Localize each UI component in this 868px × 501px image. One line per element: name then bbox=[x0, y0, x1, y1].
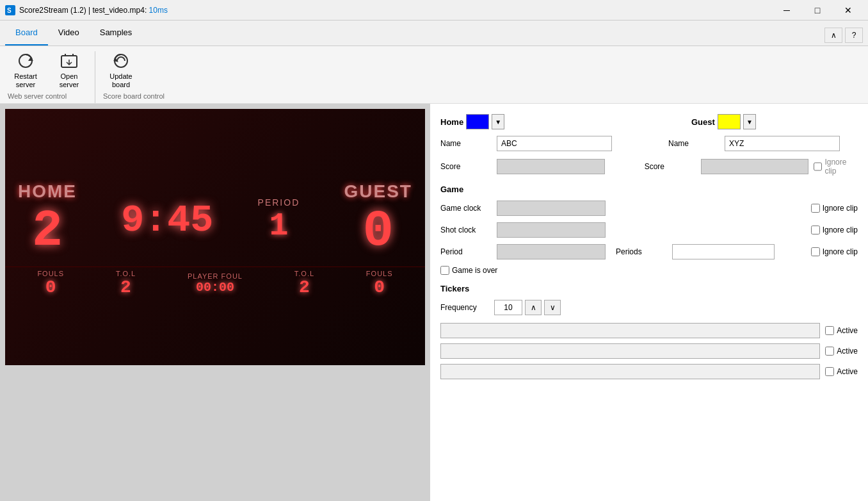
period-input[interactable] bbox=[497, 244, 606, 259]
video-container: HOME 2 9:45 PERIOD 1 GUEST 0 bbox=[5, 109, 425, 365]
score-board-group: Update board Score board control bbox=[100, 51, 167, 100]
scoreboard-row2: FOULS 0 T.O.L 2 PLAYER FOUL 00:00 T.O.L … bbox=[5, 267, 425, 300]
player-foul-label: PLAYER FOUL bbox=[188, 272, 243, 280]
collapse-button[interactable]: ∧ bbox=[824, 28, 842, 43]
tol-left-col: T.O.L 2 bbox=[116, 270, 136, 297]
shot-clock-input[interactable] bbox=[497, 222, 606, 238]
periods-input[interactable] bbox=[672, 244, 775, 259]
guest-side: GUEST 0 bbox=[344, 181, 412, 260]
guest-score-input[interactable] bbox=[701, 159, 809, 174]
score-row: Score Score Ignore clip bbox=[440, 158, 858, 176]
tol-left-val: 2 bbox=[120, 277, 131, 297]
guest-color-swatch[interactable] bbox=[718, 114, 741, 129]
ticker-3-active-label[interactable]: Active bbox=[825, 367, 858, 376]
guest-score-label: Score bbox=[645, 162, 696, 171]
restart-server-icon bbox=[15, 52, 36, 70]
player-foul-col: PLAYER FOUL 00:00 bbox=[188, 272, 243, 295]
shot-clock-ignore-checkbox[interactable] bbox=[811, 226, 820, 234]
maximize-button[interactable]: □ bbox=[803, 0, 832, 21]
tol-right-col: T.O.L 2 bbox=[294, 270, 314, 297]
home-score-label: Score bbox=[440, 162, 492, 171]
close-button[interactable]: ✕ bbox=[833, 0, 863, 21]
web-server-buttons: Restart server Open server bbox=[5, 51, 90, 90]
toolbar: Restart server Open server Web server co… bbox=[0, 46, 868, 104]
game-clock-label: Game clock bbox=[440, 204, 492, 213]
guest-ignore-clip-label[interactable]: Ignore clip bbox=[814, 158, 858, 176]
video-panel: HOME 2 9:45 PERIOD 1 GUEST 0 bbox=[0, 104, 430, 501]
frequency-up-button[interactable]: ∧ bbox=[525, 300, 542, 315]
shot-clock-row: Shot clock Ignore clip bbox=[440, 222, 858, 238]
title-text: Score2Stream (1.2) | test_video.mp4: 10m… bbox=[19, 6, 772, 15]
ticker-2-active-label[interactable]: Active bbox=[825, 347, 858, 356]
game-clock-row: Game clock Ignore clip bbox=[440, 201, 858, 216]
ticker-1-input[interactable] bbox=[440, 323, 820, 338]
scoreboard-row1: HOME 2 9:45 PERIOD 1 GUEST 0 bbox=[5, 175, 425, 267]
ticker-3-input[interactable] bbox=[440, 364, 820, 379]
home-heading: Home bbox=[440, 117, 463, 127]
update-board-button[interactable]: Update board bbox=[100, 51, 141, 90]
tickers-section-title: Tickers bbox=[440, 284, 858, 293]
game-over-row: Game is over bbox=[440, 266, 858, 275]
frequency-label: Frequency bbox=[440, 303, 492, 312]
restart-server-button[interactable]: Restart server bbox=[5, 51, 46, 90]
home-color-swatch[interactable] bbox=[466, 114, 489, 129]
ticker-1-active-checkbox[interactable] bbox=[825, 326, 834, 335]
period-row: Period Periods Ignore clip bbox=[440, 244, 858, 259]
ticker-2-input[interactable] bbox=[440, 343, 820, 359]
guest-color-dropdown[interactable]: ▼ bbox=[743, 114, 756, 129]
home-score-display: 2 bbox=[32, 202, 63, 260]
periods-label: Periods bbox=[616, 247, 667, 256]
guest-heading: Guest bbox=[691, 117, 715, 127]
fouls-left-label: FOULS bbox=[37, 270, 64, 277]
score-board-group-label: Score board control bbox=[100, 92, 167, 100]
frequency-row: Frequency ∧ ∨ bbox=[440, 300, 858, 315]
minimize-button[interactable]: ─ bbox=[772, 0, 801, 21]
open-server-label: Open server bbox=[52, 72, 86, 89]
period-value: 1 bbox=[269, 208, 288, 244]
period-label: PERIOD bbox=[258, 197, 300, 208]
main-layout: HOME 2 9:45 PERIOD 1 GUEST 0 bbox=[0, 104, 868, 501]
ticker-3-active-checkbox[interactable] bbox=[825, 367, 834, 376]
game-clock-ignore-checkbox[interactable] bbox=[811, 204, 820, 213]
game-clock-input[interactable] bbox=[497, 201, 606, 216]
period-ignore-label[interactable]: Ignore clip bbox=[811, 247, 858, 256]
tol-right-label: T.O.L bbox=[294, 270, 314, 277]
game-over-text: Game is over bbox=[452, 266, 497, 275]
home-color-dropdown[interactable]: ▼ bbox=[492, 114, 504, 129]
guest-name-input[interactable] bbox=[725, 136, 840, 151]
tab-video[interactable]: Video bbox=[48, 21, 90, 45]
ticker-1-active-label[interactable]: Active bbox=[825, 326, 858, 335]
game-clock-ignore-label[interactable]: Ignore clip bbox=[811, 204, 858, 213]
toolbar-separator bbox=[95, 51, 95, 103]
frequency-input[interactable] bbox=[494, 300, 522, 315]
help-button[interactable]: ? bbox=[845, 28, 863, 43]
guest-color-row: Guest ▼ bbox=[691, 114, 858, 129]
shot-clock-ignore-label[interactable]: Ignore clip bbox=[811, 226, 858, 234]
window-controls: ─ □ ✕ bbox=[772, 0, 863, 21]
scoreboard-display: HOME 2 9:45 PERIOD 1 GUEST 0 bbox=[5, 109, 425, 365]
open-server-icon bbox=[59, 52, 79, 70]
frequency-down-button[interactable]: ∨ bbox=[544, 300, 561, 315]
player-foul-val: 00:00 bbox=[196, 280, 234, 295]
game-section-title: Game bbox=[440, 185, 858, 194]
tab-board[interactable]: Board bbox=[5, 21, 48, 45]
ticker-2-active-checkbox[interactable] bbox=[825, 347, 834, 356]
control-panel: Home ▼ Guest ▼ Name Name Score Score bbox=[430, 104, 868, 501]
home-guest-header: Home ▼ Guest ▼ bbox=[440, 114, 858, 129]
guest-ignore-clip-checkbox[interactable] bbox=[814, 162, 822, 171]
game-over-checkbox[interactable] bbox=[440, 266, 449, 275]
web-server-group: Restart server Open server Web server co… bbox=[5, 51, 90, 100]
ticker-2-active-text: Active bbox=[837, 347, 858, 356]
home-score-input[interactable] bbox=[497, 159, 605, 174]
fouls-right-col: FOULS 0 bbox=[366, 270, 393, 297]
tab-samples[interactable]: Samples bbox=[90, 21, 143, 45]
open-server-button[interactable]: Open server bbox=[49, 51, 90, 90]
home-name-input[interactable] bbox=[497, 136, 612, 151]
game-over-label[interactable]: Game is over bbox=[440, 266, 497, 275]
fouls-right-label: FOULS bbox=[366, 270, 393, 277]
guest-name-label: Name bbox=[668, 139, 719, 148]
period-ignore-checkbox[interactable] bbox=[811, 247, 820, 256]
svg-marker-3 bbox=[28, 57, 33, 61]
score-board-buttons: Update board bbox=[100, 51, 141, 90]
ticker-row-3: Active bbox=[440, 364, 858, 379]
